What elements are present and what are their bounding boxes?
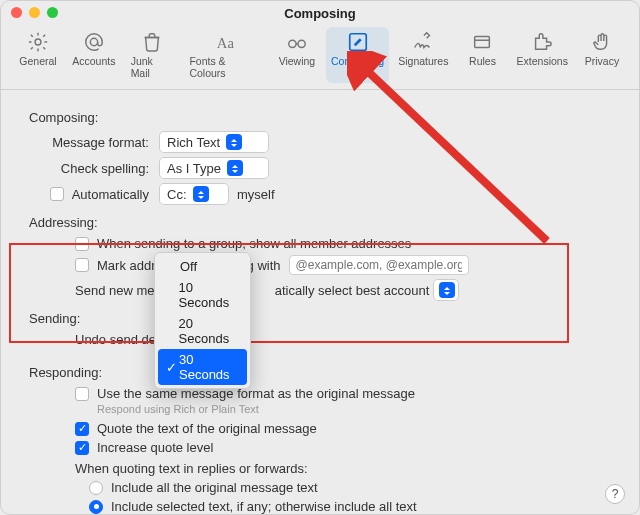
tab-viewing[interactable]: Viewing: [272, 27, 322, 83]
message-format-value: Rich Text: [167, 135, 220, 150]
group-addresses-label: When sending to a group, show all member…: [97, 236, 411, 251]
same-format-label: Use the same message format as the origi…: [97, 386, 415, 401]
tab-privacy[interactable]: Privacy: [577, 27, 627, 83]
message-format-select[interactable]: Rich Text: [159, 131, 269, 153]
quote-text-checkbox[interactable]: [75, 422, 89, 436]
help-button[interactable]: ?: [605, 484, 625, 504]
chevron-updown-icon: [227, 160, 243, 176]
addressing-heading: Addressing:: [29, 215, 621, 230]
compose-icon: [347, 31, 369, 53]
content-area: Composing: Message format: Rich Text Che…: [1, 90, 639, 515]
automatically-label: Automatically: [72, 187, 149, 202]
signature-icon: [412, 31, 434, 53]
tab-extensions[interactable]: Extensions: [511, 27, 573, 83]
increase-quote-label: Increase quote level: [97, 440, 213, 455]
preferences-window: Composing General Accounts Junk Mail Aa: [0, 0, 640, 515]
titlebar: Composing: [1, 1, 639, 25]
check-spelling-select[interactable]: As I Type: [159, 157, 269, 179]
svg-point-3: [289, 40, 296, 47]
undo-send-delay-menu[interactable]: Off 10 Seconds 20 Seconds 30 Seconds: [154, 252, 251, 389]
glasses-icon: [286, 31, 308, 53]
svg-point-4: [298, 40, 305, 47]
check-spelling-label: Check spelling:: [29, 161, 159, 176]
check-spelling-value: As I Type: [167, 161, 221, 176]
composing-heading: Composing:: [29, 110, 621, 125]
menu-item-30s[interactable]: 30 Seconds: [158, 349, 247, 385]
tab-rules[interactable]: Rules: [457, 27, 507, 83]
domain-list-input[interactable]: [289, 255, 469, 275]
minimize-window-icon[interactable]: [29, 7, 40, 18]
include-all-radio[interactable]: [89, 481, 103, 495]
window-title: Composing: [11, 6, 629, 21]
hand-icon: [591, 31, 613, 53]
sending-heading: Sending:: [29, 311, 621, 326]
chevron-updown-icon: [226, 134, 242, 150]
tab-fonts-colours[interactable]: Aa Fonts & Colours: [183, 27, 268, 83]
svg-point-0: [35, 39, 41, 45]
menu-item-off[interactable]: Off: [158, 256, 247, 277]
same-format-sublabel: Respond using Rich or Plain Text: [97, 403, 621, 415]
send-from-select[interactable]: [433, 279, 459, 301]
window-controls: [11, 7, 58, 18]
cc-bcc-select[interactable]: Cc:: [159, 183, 229, 205]
include-all-label: Include all the original message text: [111, 480, 318, 495]
question-mark-icon: ?: [612, 487, 619, 501]
preferences-toolbar: General Accounts Junk Mail Aa Fonts & Co…: [1, 25, 639, 90]
when-quoting-label: When quoting text in replies or forwards…: [75, 461, 308, 476]
message-format-label: Message format:: [29, 135, 159, 150]
chevron-updown-icon: [193, 186, 209, 202]
quote-text-label: Quote the text of the original message: [97, 421, 317, 436]
menu-item-20s[interactable]: 20 Seconds: [158, 313, 247, 349]
svg-text:Aa: Aa: [216, 35, 234, 51]
mark-addresses-checkbox[interactable]: [75, 258, 89, 272]
check-icon: [166, 360, 177, 375]
chevron-updown-icon: [439, 282, 455, 298]
responding-heading: Responding:: [29, 365, 621, 380]
tab-signatures[interactable]: Signatures: [393, 27, 453, 83]
same-format-checkbox[interactable]: [75, 387, 89, 401]
close-window-icon[interactable]: [11, 7, 22, 18]
tab-composing[interactable]: Composing: [326, 27, 389, 83]
tab-accounts[interactable]: Accounts: [67, 27, 121, 83]
increase-quote-checkbox[interactable]: [75, 441, 89, 455]
group-addresses-checkbox[interactable]: [75, 237, 89, 251]
myself-label: myself: [237, 187, 275, 202]
cc-bcc-value: Cc:: [167, 187, 187, 202]
menu-item-10s[interactable]: 10 Seconds: [158, 277, 247, 313]
puzzle-icon: [531, 31, 553, 53]
trash-icon: [141, 31, 163, 53]
at-sign-icon: [83, 31, 105, 53]
gear-icon: [27, 31, 49, 53]
tab-general[interactable]: General: [13, 27, 63, 83]
zoom-window-icon[interactable]: [47, 7, 58, 18]
svg-rect-6: [475, 37, 490, 48]
include-selected-label: Include selected text, if any; otherwise…: [111, 499, 417, 514]
automatically-cc-checkbox[interactable]: [50, 187, 64, 201]
svg-point-1: [90, 38, 97, 45]
tab-junk-mail[interactable]: Junk Mail: [125, 27, 180, 83]
include-selected-radio[interactable]: [89, 500, 103, 514]
typography-icon: Aa: [215, 31, 237, 53]
send-from-value-partial: atically select best account: [275, 283, 430, 298]
rules-icon: [471, 31, 493, 53]
